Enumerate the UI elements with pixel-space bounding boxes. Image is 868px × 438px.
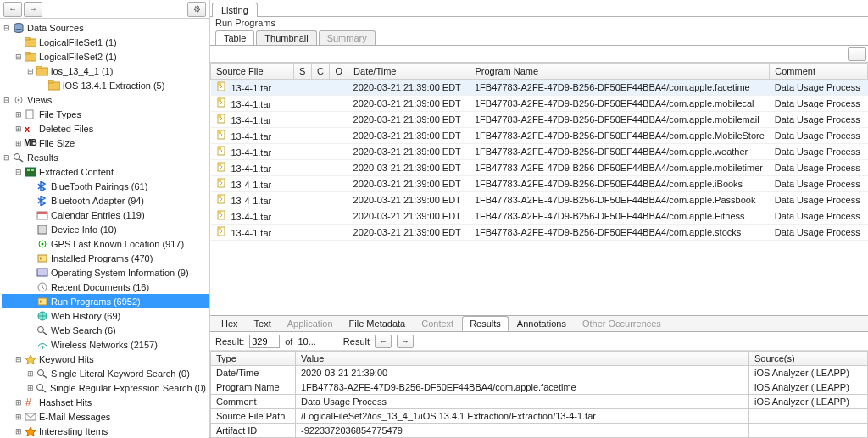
tree-toggle[interactable]: ⊞ <box>14 413 24 421</box>
tree-item[interactable]: ⊞Interesting Items <box>2 424 209 438</box>
tree-toggle[interactable]: ⊞ <box>14 398 24 407</box>
gps-icon <box>36 238 49 250</box>
tree-wireless-networks[interactable]: Wireless Networks (2157) <box>2 337 209 352</box>
tree-item[interactable]: ⊟Keyword Hits <box>2 352 209 366</box>
tree-item[interactable]: ⊞MBFile Size <box>2 136 209 150</box>
tree-item[interactable]: ⊞Single Literal Keyword Search (0) <box>2 366 209 380</box>
result-label-2: Result <box>343 336 370 347</box>
svg-rect-18 <box>27 169 30 171</box>
tree-web-search[interactable]: Web Search (6) <box>2 323 209 337</box>
tree-item[interactable]: ⊞#Hashset Hits <box>2 395 209 409</box>
arrow-left-icon: ← <box>379 336 387 346</box>
tree-toggle[interactable]: ⊟ <box>25 67 36 75</box>
detail-tab-hex[interactable]: Hex <box>214 316 246 331</box>
col-header[interactable]: O <box>330 64 348 80</box>
table-row[interactable]: 13-4-1.tar2020-03-21 21:39:00 EDT1FB4778… <box>211 96 868 112</box>
tree-toggle[interactable]: ⊟ <box>14 168 24 176</box>
gear-icon: ⚙ <box>193 4 201 14</box>
tree-item[interactable]: ⊞File Types <box>2 107 209 121</box>
tree-toggle[interactable]: ⊞ <box>14 139 24 147</box>
table-row[interactable]: 13-4-1.tar2020-03-21 21:39:00 EDT1FB4778… <box>211 160 868 176</box>
tree-device-info[interactable]: Device Info (10) <box>2 222 209 236</box>
tree-item[interactable]: ⊞Single Regular Expression Search (0) <box>2 380 209 395</box>
tree-toggle[interactable]: ⊟ <box>2 96 12 104</box>
tree-data-sources[interactable]: ⊟Data Sources <box>2 20 209 35</box>
col-header[interactable]: Date/Time <box>348 64 470 80</box>
tree-run-programs[interactable]: Run Programs (6952) <box>2 294 209 308</box>
svg-line-16 <box>19 159 23 162</box>
col-header[interactable]: Source File <box>211 64 294 80</box>
table-cell: 1FB47783-A2FE-47D9-B256-DF50EF44BBA4/com… <box>470 96 770 112</box>
table-row[interactable]: 13-4-1.tar2020-03-21 21:39:00 EDT1FB4778… <box>211 128 868 144</box>
tree-toggle[interactable]: ⊟ <box>2 153 12 162</box>
tree-installed-programs[interactable]: Installed Programs (470) <box>2 251 209 265</box>
tree-toggle[interactable]: ⊞ <box>14 427 24 435</box>
table-row[interactable]: 13-4-1.tar2020-03-21 21:39:00 EDT1FB4778… <box>211 192 868 208</box>
tree-item[interactable]: ⊟LogicalFileSet2 (1) <box>2 49 209 64</box>
tree-calendar-entries[interactable]: Calendar Entries (119) <box>2 208 209 222</box>
db-icon <box>12 22 25 34</box>
tree-gps-last-known-location[interactable]: GPS Last Known Location (917) <box>2 236 209 251</box>
tree-bluetooth-pairings[interactable]: BlueTooth Pairings (61) <box>2 179 209 193</box>
tree-item[interactable]: ⊞E-Mail Messages <box>2 409 209 424</box>
results-table-wrap[interactable]: Source FileSCODate/TimeProgram NameComme… <box>210 63 868 315</box>
tab-table[interactable]: Table <box>215 30 254 45</box>
tree-item[interactable]: ⊟Extracted Content <box>2 164 209 179</box>
left-pane: ← → ⚙ ⊟Data SourcesLogicalFileSet1 (1)⊟L… <box>0 0 210 438</box>
table-cell: Data Usage Process <box>770 128 868 144</box>
table-row[interactable]: 13-4-1.tar2020-03-21 21:39:00 EDT1FB4778… <box>211 176 868 192</box>
tab-listing[interactable]: Listing <box>212 3 258 17</box>
file-types-icon <box>24 108 37 120</box>
prev-result-button[interactable]: ← <box>375 335 392 348</box>
tree-toggle[interactable]: ⊟ <box>2 24 12 32</box>
tree-item[interactable]: iOS 13.4.1 Extraction (5) <box>2 78 209 92</box>
table-cell: 2020-03-21 21:39:00 EDT <box>348 96 470 112</box>
detail-tab-results[interactable]: Results <box>462 316 509 331</box>
svg-rect-21 <box>37 212 47 214</box>
forward-button[interactable]: → <box>24 2 42 17</box>
tree-toggle[interactable]: ⊞ <box>14 110 24 119</box>
col-header[interactable]: Comment <box>770 64 868 80</box>
tree-toggle[interactable]: ⊞ <box>14 125 24 133</box>
detail-tab-annotations[interactable]: Annotations <box>509 316 574 331</box>
tree-bluetooth-adapter[interactable]: Bluetooth Adapter (94) <box>2 193 209 208</box>
tree-toggle[interactable]: ⊟ <box>14 53 24 61</box>
results-icon <box>12 152 25 164</box>
tree-results[interactable]: ⊟Results <box>2 150 209 164</box>
tree-item[interactable]: ⊟ios_13_4_1 (1) <box>2 64 209 78</box>
result-index-input[interactable] <box>249 335 280 348</box>
settings-button[interactable]: ⚙ <box>187 2 206 17</box>
extracted-icon <box>24 166 37 178</box>
col-header[interactable]: C <box>312 64 330 80</box>
tree-recent-documents[interactable]: Recent Documents (16) <box>2 280 209 294</box>
next-result-button[interactable]: → <box>397 335 414 348</box>
col-header[interactable]: S <box>294 64 312 80</box>
tree-operating-system-information[interactable]: Operating System Information (9) <box>2 265 209 280</box>
tree-item-label: ios_13_4_1 <box>51 66 99 76</box>
back-button[interactable]: ← <box>3 2 22 17</box>
details-row: CommentData Usage ProcessiOS Analyzer (i… <box>211 395 868 409</box>
detail-tab-text[interactable]: Text <box>247 316 279 331</box>
table-settings-button[interactable] <box>848 47 866 61</box>
keyword-icon <box>24 353 37 365</box>
tree-web-history[interactable]: Web History (69) <box>2 308 209 323</box>
svg-point-30 <box>38 326 44 332</box>
tree-toggle[interactable]: ⊞ <box>25 384 36 392</box>
col-header[interactable]: Program Name <box>470 64 770 80</box>
tree-item[interactable]: LogicalFileSet1 (1) <box>2 35 209 49</box>
tree-view[interactable]: ⊟Data SourcesLogicalFileSet1 (1)⊟Logical… <box>0 19 209 438</box>
tree-views[interactable]: ⊟Views <box>2 92 209 107</box>
tree-item[interactable]: ⊞xDeleted Files <box>2 121 209 136</box>
tree-item-count: (1) <box>105 37 116 47</box>
tree-toggle[interactable]: ⊞ <box>25 369 36 378</box>
svg-rect-22 <box>38 225 47 234</box>
table-row[interactable]: 13-4-1.tar2020-03-21 21:39:00 EDT1FB4778… <box>211 144 868 160</box>
tab-thumbnail[interactable]: Thumbnail <box>256 30 316 45</box>
table-row[interactable]: 13-4-1.tar2020-03-21 21:39:00 EDT1FB4778… <box>211 112 868 128</box>
detail-tab-file-metadata[interactable]: File Metadata <box>342 316 414 331</box>
table-row[interactable]: 13-4-1.tar2020-03-21 21:39:00 EDT1FB4778… <box>211 225 868 241</box>
table-row[interactable]: 13-4-1.tar2020-03-21 21:39:00 EDT1FB4778… <box>211 208 868 225</box>
tree-toggle[interactable]: ⊟ <box>14 355 24 363</box>
table-cell <box>330 96 348 112</box>
table-row[interactable]: 13-4-1.tar2020-03-21 21:39:00 EDT1FB4778… <box>211 80 868 96</box>
